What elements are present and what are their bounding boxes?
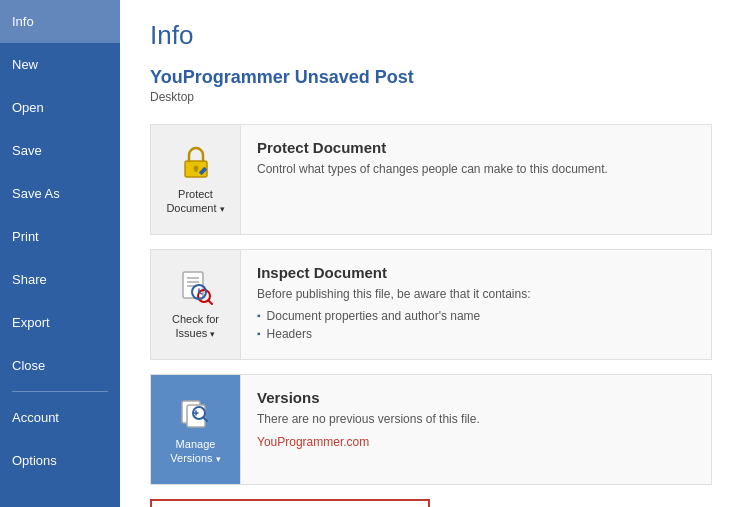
sidebar-item-label: Options	[12, 453, 57, 468]
sidebar-item-label: Print	[12, 229, 39, 244]
protect-icon-label[interactable]: Protect Document ▾	[161, 187, 230, 216]
sidebar-item-account[interactable]: Account	[0, 396, 120, 439]
sidebar-item-share[interactable]: Share	[0, 258, 120, 301]
inspect-heading: Inspect Document	[257, 264, 695, 281]
sidebar-item-label: New	[12, 57, 38, 72]
protect-document-card: Protect Document ▾ Protect Document Cont…	[150, 124, 712, 235]
versions-card: Manage Versions ▾ Versions There are no …	[150, 374, 712, 485]
versions-icon	[177, 393, 215, 431]
protect-heading: Protect Document	[257, 139, 695, 156]
versions-icon-area[interactable]: Manage Versions ▾	[151, 375, 241, 484]
sidebar-item-label: Open	[12, 100, 44, 115]
sidebar-item-save[interactable]: Save	[0, 129, 120, 172]
svg-rect-2	[194, 168, 197, 172]
sidebar-item-close[interactable]: Close	[0, 344, 120, 387]
protect-icon-area[interactable]: Protect Document ▾	[151, 125, 241, 234]
protect-desc: Control what types of changes people can…	[257, 162, 695, 176]
inspect-desc: Before publishing this file, be aware th…	[257, 287, 695, 301]
sidebar-item-print[interactable]: Print	[0, 215, 120, 258]
versions-card-content: Versions There are no previous versions …	[241, 375, 711, 464]
doc-location: Desktop	[150, 90, 712, 104]
inspect-card-content: Inspect Document Before publishing this …	[241, 250, 711, 357]
inspect-list-item: Document properties and author's name	[257, 307, 695, 325]
sidebar-item-label: Share	[12, 272, 47, 287]
sidebar-divider	[12, 391, 108, 392]
sidebar-item-label: Save	[12, 143, 42, 158]
inspect-icon-label[interactable]: Check for Issues ▾	[161, 312, 230, 341]
lock-icon	[177, 143, 215, 181]
versions-link[interactable]: YouProgrammer.com	[257, 435, 369, 449]
sidebar-item-open[interactable]: Open	[0, 86, 120, 129]
sidebar-item-options[interactable]: Options	[0, 439, 120, 482]
protect-card-content: Protect Document Control what types of c…	[241, 125, 711, 196]
versions-icon-label[interactable]: Manage Versions ▾	[161, 437, 230, 466]
sidebar-item-new[interactable]: New	[0, 43, 120, 86]
inspect-icon-area[interactable]: Check for Issues ▾	[151, 250, 241, 359]
sidebar-item-label: Close	[12, 358, 45, 373]
inspect-icon	[177, 268, 215, 306]
main-content: Info YouProgrammer Unsaved Post Desktop …	[120, 0, 742, 507]
sidebar-item-label: Account	[12, 410, 59, 425]
page-title: Info	[150, 20, 712, 51]
sidebar-item-save-as[interactable]: Save As	[0, 172, 120, 215]
inspect-list: Document properties and author's name He…	[257, 307, 695, 343]
versions-desc: There are no previous versions of this f…	[257, 412, 695, 426]
recover-unsaved-card[interactable]: Recover Unsaved Documents Browse recent …	[150, 499, 430, 507]
versions-heading: Versions	[257, 389, 695, 406]
sidebar-item-label: Export	[12, 315, 50, 330]
svg-line-9	[208, 300, 212, 304]
doc-title: YouProgrammer Unsaved Post	[150, 67, 712, 88]
inspect-list-item: Headers	[257, 325, 695, 343]
sidebar-item-info[interactable]: Info	[0, 0, 120, 43]
sidebar-item-label: Save As	[12, 186, 60, 201]
inspect-document-card: Check for Issues ▾ Inspect Document Befo…	[150, 249, 712, 360]
sidebar-item-label: Info	[12, 14, 34, 29]
sidebar-item-export[interactable]: Export	[0, 301, 120, 344]
sidebar: Info New Open Save Save As Print Share E…	[0, 0, 120, 507]
